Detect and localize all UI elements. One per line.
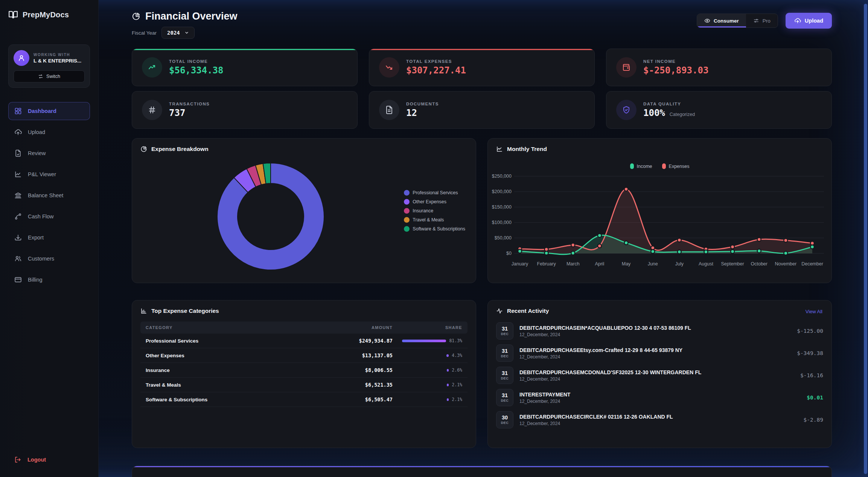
- sidebar-item-dashboard[interactable]: Dashboard: [8, 102, 90, 120]
- share-bar: [447, 384, 449, 386]
- share-pct: 2.1%: [452, 382, 462, 387]
- share-bar: [446, 354, 449, 357]
- stat-value: 100% Categorized: [643, 108, 695, 118]
- sidebar-item-export[interactable]: Export: [8, 229, 90, 247]
- sidebar-item-balance-sheet[interactable]: Balance Sheet: [8, 186, 90, 204]
- list-item[interactable]: 30 DEC DEBITCARDPURCHASECIRCLEK# 02116 1…: [496, 411, 823, 428]
- sidebar-item-label: Cash Flow: [28, 213, 54, 219]
- sidebar-item-pl-viewer[interactable]: P&L Viewer: [8, 165, 90, 183]
- line-chart-icon: [496, 146, 503, 152]
- list-item[interactable]: 31 DEC DEBITCARDPURCHASEMCDONALD'SF32025…: [496, 367, 823, 384]
- sidebar-item-label: P&L Viewer: [28, 171, 56, 177]
- stat-value: $56,334.38: [169, 65, 224, 76]
- upload-button[interactable]: Upload: [786, 13, 832, 29]
- activity-date: 12_December, 2024: [519, 332, 791, 337]
- svg-text:April: April: [595, 261, 604, 267]
- data-quality-value: 100%: [643, 108, 665, 118]
- activity-description: INTERESTPAYMENT: [519, 392, 801, 398]
- transactions-card: TRANSACTIONS 737: [132, 91, 358, 129]
- bar-chart-icon: [140, 308, 147, 314]
- pro-label: Pro: [763, 18, 771, 24]
- date-badge: 31 DEC: [496, 389, 513, 406]
- sidebar-item-upload[interactable]: Upload: [8, 123, 90, 141]
- sidebar-item-label: Export: [28, 235, 44, 241]
- app-logo: PrepMyDocs: [8, 10, 90, 20]
- stat-label: NET INCOME: [643, 59, 708, 64]
- pro-tab[interactable]: Pro: [746, 14, 778, 27]
- col-header-category: CATEGORY: [146, 325, 314, 330]
- legend-label: Expenses: [669, 164, 690, 169]
- fiscal-year-label: Fiscal Year: [132, 30, 157, 36]
- trend-chart: $0$50,000$100,000$150,000$200,000$250,00…: [488, 139, 832, 283]
- grid-icon: [14, 107, 22, 115]
- stat-label: TOTAL EXPENSES: [406, 59, 466, 64]
- svg-text:$100,000: $100,000: [492, 220, 512, 225]
- legend-swatch: [404, 226, 410, 232]
- panel-title-text: Expense Breakdown: [151, 146, 209, 152]
- fiscal-year-value: 2024: [167, 30, 180, 36]
- list-item[interactable]: 31 DEC INTERESTPAYMENT 12_December, 2024…: [496, 389, 823, 406]
- col-header-share: SHARE: [393, 325, 462, 330]
- legend-label: Travel & Meals: [413, 217, 444, 222]
- activity-date: 12_December, 2024: [519, 376, 794, 382]
- legend-item: Software & Subscriptions: [404, 226, 465, 232]
- consumer-label: Consumer: [714, 18, 739, 24]
- main-content: Financial Overview Fiscal Year 2024 Cons…: [99, 0, 868, 477]
- stat-label: TOTAL INCOME: [169, 59, 224, 64]
- svg-text:March: March: [566, 261, 580, 267]
- share-pct: 2.6%: [452, 367, 462, 373]
- legend-item: Insurance: [404, 208, 465, 213]
- sidebar-item-label: Billing: [28, 277, 43, 283]
- row-category: Other Expenses: [146, 353, 314, 358]
- svg-text:$0: $0: [506, 251, 512, 256]
- activity-amount: $-2.89: [804, 417, 823, 423]
- svg-text:October: October: [751, 261, 767, 267]
- badge-day: 30: [502, 415, 508, 421]
- list-item[interactable]: 31 DEC DEBITCARDPURCHASEIN*ACQUABLUEPOO …: [496, 322, 823, 340]
- svg-text:May: May: [622, 261, 631, 267]
- activity-date: 12_December, 2024: [519, 399, 801, 404]
- file-check-icon: [14, 149, 22, 157]
- fiscal-year-select[interactable]: 2024: [161, 27, 195, 39]
- activity-list: 31 DEC DEBITCARDPURCHASEIN*ACQUABLUEPOO …: [496, 322, 823, 428]
- row-amount: $249,934.87: [314, 338, 393, 344]
- table-row: Insurance $8,006.55 2.6%: [140, 363, 468, 378]
- page-title-text: Financial Overview: [145, 11, 238, 22]
- mode-toggle: Consumer Pro: [697, 14, 778, 28]
- logout-button[interactable]: Logout: [8, 452, 52, 467]
- scrollbar[interactable]: [864, 4, 867, 474]
- activity-amount: $-349.38: [797, 350, 823, 356]
- legend-item: Expenses: [662, 163, 690, 169]
- next-section-card: [132, 466, 832, 477]
- consumer-tab[interactable]: Consumer: [697, 14, 746, 27]
- view-all-link[interactable]: View All: [806, 309, 822, 314]
- svg-text:$150,000: $150,000: [492, 204, 512, 210]
- badge-day: 31: [502, 393, 508, 398]
- legend-label: Income: [637, 164, 652, 169]
- legend-label: Software & Subscriptions: [413, 226, 465, 232]
- row-amount: $8,006.55: [314, 367, 393, 373]
- activity-description: DEBITCARDPURCHASEEtsy.com-Crafted 12-29 …: [519, 347, 791, 353]
- switch-label: Switch: [46, 74, 60, 79]
- stat-label: DOCUMENTS: [406, 102, 439, 106]
- logout-label: Logout: [27, 457, 46, 463]
- stats-grid: TOTAL INCOME $56,334.38 TOTAL EXPENSES $…: [132, 49, 832, 129]
- sidebar-item-review[interactable]: Review: [8, 144, 90, 162]
- svg-text:September: September: [721, 261, 744, 267]
- credit-card-icon: [14, 276, 22, 283]
- client-name: L & K ENTERPRIS...: [34, 58, 81, 64]
- badge-month: DEC: [501, 399, 509, 402]
- upload-cloud-icon: [794, 17, 801, 24]
- charts-row: Expense Breakdown Professional ServicesO…: [132, 138, 832, 283]
- sidebar-item-customers[interactable]: Customers: [8, 250, 90, 268]
- table-row: Other Expenses $13,137.05 4.3%: [140, 348, 468, 363]
- sidebar-item-cash-flow[interactable]: Cash Flow: [8, 207, 90, 226]
- sidebar-item-billing[interactable]: Billing: [8, 271, 90, 289]
- sidebar-item-label: Review: [28, 150, 46, 156]
- bottom-row: Top Expense Categories CATEGORY AMOUNT S…: [132, 300, 832, 448]
- date-badge: 31 DEC: [496, 344, 513, 362]
- list-item[interactable]: 31 DEC DEBITCARDPURCHASEEtsy.com-Crafted…: [496, 344, 823, 362]
- share-bar: [447, 369, 449, 372]
- eye-icon: [704, 18, 710, 24]
- switch-client-button[interactable]: Switch: [14, 70, 85, 82]
